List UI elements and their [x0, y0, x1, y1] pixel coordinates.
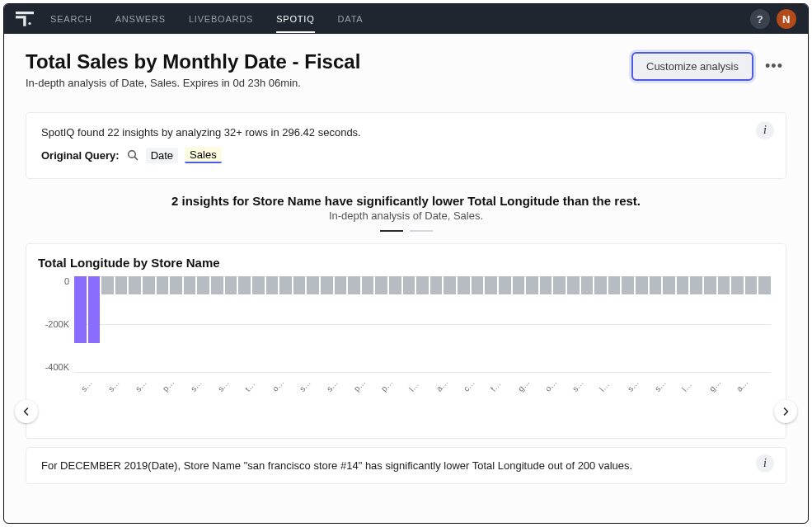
chart-bar[interactable] — [745, 276, 758, 294]
chart-bar[interactable] — [513, 276, 525, 294]
chart-bar[interactable] — [88, 276, 101, 343]
chart-bar[interactable] — [211, 276, 223, 294]
chart-x-label: fresno store ... — [489, 377, 505, 393]
app-logo[interactable] — [16, 12, 34, 26]
chart-bar[interactable] — [157, 276, 169, 294]
chart-x-label: los angeles ... — [406, 377, 422, 393]
chart-bar[interactable] — [197, 276, 209, 294]
chart-bar[interactable] — [375, 276, 387, 294]
chart-bar[interactable] — [293, 276, 306, 294]
page-subtitle: In-depth analysis of Date, Sales. Expire… — [26, 77, 631, 89]
chart-bar[interactable] — [279, 276, 292, 294]
chart-x-label: san francisc... — [188, 377, 204, 393]
chart-bar[interactable] — [115, 276, 128, 294]
chart-bar[interactable] — [362, 276, 374, 294]
chart-y-axis: 0 -200K -400K — [38, 276, 74, 372]
chart-bar[interactable] — [567, 276, 580, 294]
search-icon — [126, 148, 139, 162]
chart-bar[interactable] — [238, 276, 251, 294]
chart-bar[interactable] — [677, 276, 689, 294]
y-tick: -200K — [45, 319, 69, 329]
carousel-dot-2[interactable] — [410, 230, 433, 232]
chart-bar[interactable] — [472, 276, 484, 294]
svg-rect-2 — [23, 16, 26, 26]
chart-bar[interactable] — [101, 276, 114, 294]
chart-bar[interactable] — [553, 276, 566, 294]
chart-bar[interactable] — [389, 276, 401, 294]
svg-rect-0 — [16, 12, 34, 14]
chart-x-label: portland stor... — [161, 377, 176, 393]
chart-bar[interactable] — [266, 276, 279, 294]
ellipsis-icon: ••• — [765, 58, 783, 75]
more-actions-button[interactable]: ••• — [762, 54, 786, 79]
chart-bar[interactable] — [594, 276, 607, 294]
info-icon[interactable]: i — [756, 454, 774, 473]
chart-bar[interactable] — [307, 276, 319, 294]
chart-x-label: scotsdale st... — [570, 377, 586, 393]
summary-text: SpotIQ found 22 insights by analyzing 32… — [41, 126, 771, 139]
chart-bar[interactable] — [704, 276, 716, 294]
chart-bar[interactable] — [731, 276, 744, 294]
user-avatar[interactable]: N — [777, 9, 796, 29]
chart-x-label: portland stor... — [379, 377, 395, 393]
chart-bar[interactable] — [581, 276, 594, 294]
chart-bar[interactable] — [225, 276, 237, 294]
carousel-next-button[interactable] — [774, 400, 797, 423]
chart-bar[interactable] — [252, 276, 265, 294]
chart-card: Total Longitude by Store Name 0 -200K -4… — [26, 243, 786, 439]
chart-bar[interactable] — [758, 276, 771, 294]
customize-analysis-button[interactable]: Customize analysis — [631, 52, 753, 81]
carousel-dot-1[interactable] — [380, 230, 403, 232]
chart-bar[interactable] — [403, 276, 415, 294]
chart-bar[interactable] — [608, 276, 621, 294]
chart-x-label: stockton stor... — [653, 377, 669, 393]
query-chip-sales[interactable]: Sales — [185, 147, 222, 163]
chart-bar[interactable] — [690, 276, 702, 294]
chart-bar[interactable] — [335, 276, 347, 294]
chart-bar[interactable] — [416, 276, 429, 294]
nav-link-data[interactable]: DATA — [338, 5, 364, 33]
chart-bar[interactable] — [458, 276, 470, 294]
svg-line-5 — [134, 157, 137, 159]
chart-bar[interactable] — [622, 276, 634, 294]
chart-bar[interactable] — [430, 276, 443, 294]
carousel-prev-button[interactable] — [15, 400, 38, 423]
chart-bar[interactable] — [718, 276, 730, 294]
chart-bar[interactable] — [650, 276, 662, 294]
chart-bar[interactable] — [170, 276, 182, 294]
original-query-label: Original Query: — [41, 149, 120, 162]
chart-bar[interactable] — [143, 276, 155, 294]
query-chip-date[interactable]: Date — [146, 148, 178, 163]
nav-link-spotiq[interactable]: SPOTIQ — [276, 5, 314, 33]
chart-bar[interactable] — [540, 276, 552, 294]
insight-detail-card: For DECEMBER 2019(Date), Store Name "san… — [26, 447, 786, 484]
info-icon[interactable]: i — [756, 121, 774, 139]
chart-bar[interactable] — [348, 276, 360, 294]
chart-bar[interactable] — [526, 276, 538, 294]
nav-link-answers[interactable]: ANSWERS — [115, 5, 166, 33]
chart-bar[interactable] — [636, 276, 648, 294]
nav-link-search[interactable]: SEARCH — [50, 5, 92, 33]
chart-bars — [74, 276, 771, 372]
chart-x-label: anaheim stor... — [434, 377, 450, 393]
chart-x-label: sacramento ... — [106, 377, 122, 393]
chart-bar[interactable] — [74, 276, 87, 343]
chart-x-label: san diego st... — [216, 377, 232, 393]
chart-bar[interactable] — [444, 276, 456, 294]
chart-x-label: oakland stor... — [543, 377, 559, 393]
top-nav: SEARCHANSWERSLIVEBOARDSSPOTIQDATA ? N — [4, 4, 808, 34]
chart-x-label: glendale stor... — [516, 377, 532, 393]
svg-point-3 — [28, 22, 31, 25]
chart-x-label: san francisc... — [79, 377, 95, 393]
chart-title: Total Longitude by Store Name — [38, 256, 771, 270]
chart-bar[interactable] — [499, 276, 511, 294]
insight-detail-text: For DECEMBER 2019(Date), Store Name "san… — [41, 459, 632, 472]
help-button[interactable]: ? — [750, 9, 770, 29]
chart-bar[interactable] — [663, 276, 675, 294]
chart-bar[interactable] — [485, 276, 497, 294]
chart-bar[interactable] — [184, 276, 196, 294]
chart-bar[interactable] — [129, 276, 141, 294]
chart-bar[interactable] — [321, 276, 333, 294]
chart-x-label: phoenix stor... — [352, 377, 368, 393]
nav-link-liveboards[interactable]: LIVEBOARDS — [189, 5, 253, 33]
